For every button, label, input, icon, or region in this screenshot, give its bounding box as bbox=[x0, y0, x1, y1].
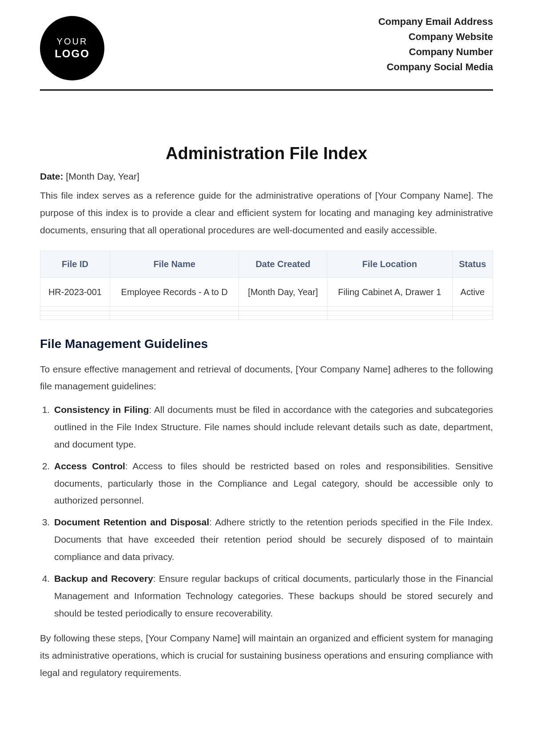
company-info: Company Email Address Company Website Co… bbox=[378, 13, 493, 75]
guidelines-list: Consistency in Filing: All documents mus… bbox=[40, 401, 493, 622]
logo-line2: LOGO bbox=[55, 48, 90, 60]
cell-status: Active bbox=[452, 277, 493, 306]
guideline-item: Consistency in Filing: All documents mus… bbox=[52, 401, 493, 453]
guidelines-heading: File Management Guidelines bbox=[40, 337, 493, 351]
guideline-title: Consistency in Filing bbox=[54, 404, 149, 415]
logo-placeholder: YOUR LOGO bbox=[40, 16, 104, 80]
guideline-item: Document Retention and Disposal: Adhere … bbox=[52, 514, 493, 566]
guideline-title: Document Retention and Disposal bbox=[54, 517, 209, 527]
col-file-name: File Name bbox=[110, 251, 239, 277]
file-index-table: File ID File Name Date Created File Loca… bbox=[40, 251, 493, 320]
company-social: Company Social Media bbox=[378, 60, 493, 75]
company-website: Company Website bbox=[378, 29, 493, 44]
cell-file-id: HR-2023-001 bbox=[40, 277, 110, 306]
col-date-created: Date Created bbox=[239, 251, 327, 277]
document-page: YOUR LOGO Company Email Address Company … bbox=[0, 0, 533, 708]
table-body: HR-2023-001 Employee Records - A to D [M… bbox=[40, 277, 493, 320]
table-row-empty bbox=[40, 311, 493, 315]
guidelines-intro: To ensure effective management and retri… bbox=[40, 361, 493, 396]
date-label: Date: bbox=[40, 171, 64, 181]
cell-file-name: Employee Records - A to D bbox=[110, 277, 239, 306]
col-file-id: File ID bbox=[40, 251, 110, 277]
logo-line1: YOUR bbox=[57, 36, 88, 47]
header: YOUR LOGO Company Email Address Company … bbox=[40, 13, 493, 89]
cell-date-created: [Month Day, Year] bbox=[239, 277, 327, 306]
guideline-item: Backup and Recovery: Ensure regular back… bbox=[52, 570, 493, 622]
header-divider bbox=[40, 89, 493, 91]
guideline-title: Backup and Recovery bbox=[54, 573, 153, 584]
date-value: [Month Day, Year] bbox=[66, 171, 139, 181]
table-header-row: File ID File Name Date Created File Loca… bbox=[40, 251, 493, 277]
guideline-title: Access Control bbox=[54, 461, 125, 471]
table-row-empty bbox=[40, 306, 493, 311]
col-status: Status bbox=[452, 251, 493, 277]
conclusion-paragraph: By following these steps, [Your Company … bbox=[40, 630, 493, 682]
page-title: Administration File Index bbox=[40, 144, 493, 163]
company-number: Company Number bbox=[378, 44, 493, 60]
guideline-item: Access Control: Access to files should b… bbox=[52, 458, 493, 510]
date-line: Date: [Month Day, Year] bbox=[40, 171, 493, 182]
table-row-empty bbox=[40, 315, 493, 320]
intro-paragraph: This file index serves as a reference gu… bbox=[40, 187, 493, 239]
cell-file-location: Filing Cabinet A, Drawer 1 bbox=[327, 277, 452, 306]
table-row: HR-2023-001 Employee Records - A to D [M… bbox=[40, 277, 493, 306]
company-email: Company Email Address bbox=[378, 14, 493, 29]
col-file-location: File Location bbox=[327, 251, 452, 277]
